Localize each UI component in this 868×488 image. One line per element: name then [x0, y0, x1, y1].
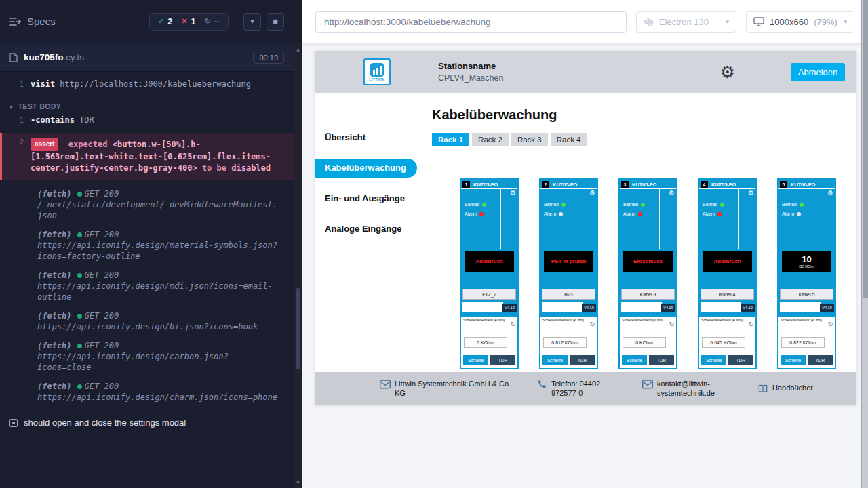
tdr-button[interactable]: TDR	[649, 355, 674, 365]
tdr-button[interactable]: TDR	[570, 355, 595, 365]
schleife-button[interactable]: Schleife	[542, 355, 568, 365]
logo-icon	[370, 63, 384, 77]
mail-icon	[642, 380, 653, 389]
refresh-icon[interactable]: ↻	[590, 321, 595, 328]
app-footer: Littwin Systemtechnik GmbH & Co. KG Tele…	[315, 372, 856, 405]
viewport-selector[interactable]: 1000x660 (79%) ▾	[746, 11, 854, 33]
test-icon	[9, 419, 18, 427]
fetch-log-entry[interactable]: (fetch)GET 200 /_next/static/development…	[37, 188, 277, 221]
test-body-section[interactable]: ▾ TEST BODY	[0, 100, 294, 113]
footer-company: Littwin Systemtechnik GmbH & Co. KG	[380, 379, 514, 399]
footer-phone: Telefon: 04402 972577-0	[537, 379, 619, 399]
alarm-led	[479, 212, 484, 216]
cable-label: Kabel 4	[701, 289, 754, 300]
phone-icon	[537, 380, 547, 390]
chevron-down-icon: ▾	[726, 18, 729, 25]
tab-rack-3[interactable]: Rack 3	[511, 133, 548, 146]
command-contains[interactable]: 1 -containsTDR	[0, 113, 294, 127]
resistance-value: 0 KOhm	[464, 337, 507, 348]
version-chip: V4.19	[661, 304, 675, 312]
nav-item-ein-und-ausgaenge[interactable]: Ein- und Ausgänge	[315, 189, 419, 208]
specs-label: Specs	[27, 16, 56, 27]
specs-toggle-button[interactable]: Specs	[9, 16, 56, 27]
browser-selector[interactable]: Electron 130 ▾	[636, 11, 736, 33]
tab-rack-4[interactable]: Rack 4	[551, 133, 587, 146]
tdr-button[interactable]: TDR	[728, 355, 753, 365]
command-visit[interactable]: 1 visithttp://localhost:3000/kabelueberw…	[0, 77, 294, 92]
status-ok-dot	[77, 384, 82, 389]
nav-item-kabelueberwachung[interactable]: Kabelüberwachung	[315, 159, 417, 178]
betrieb-led	[800, 203, 804, 207]
app-body: Übersicht Kabelüberwachung Ein- und Ausg…	[315, 93, 856, 405]
scrollbar-thumb[interactable]	[863, 0, 868, 298]
fetch-log-entry[interactable]: (fetch)GET 200 https://api.iconify.desig…	[37, 381, 277, 403]
logout-button[interactable]: Abmelden	[791, 63, 845, 81]
card-settings-icon[interactable]: ⚙	[748, 190, 754, 197]
resistance-section: Schleifenwiderstand [kOhm] ↻ 0 KOhm Schl…	[620, 317, 676, 368]
status-ok-dot	[77, 232, 82, 237]
stat-pending: ↻--	[204, 17, 220, 26]
command-log: 1 visithttp://localhost:3000/kabelueberw…	[0, 72, 294, 433]
resistance-value: 0.812 KOhm	[543, 337, 587, 348]
scrollbar-thumb[interactable]	[296, 288, 300, 369]
resistance-section: Schleifenwiderstand [kOhm] ↻ 0.645 KOhm …	[699, 317, 755, 368]
status-display: Aderbruch	[703, 251, 752, 272]
fetch-log-entry[interactable]: (fetch)GET 200 https://api.iconify.desig…	[37, 270, 277, 302]
file-icon	[9, 53, 18, 62]
app-under-test: LITTWIN Stationsname CPLV4_Maschen ⚙ Abm…	[315, 51, 856, 405]
tdr-button[interactable]: TDR	[490, 355, 515, 365]
refresh-icon[interactable]: ↻	[669, 321, 675, 328]
schleife-button[interactable]: Schleife	[781, 355, 806, 365]
scroll-down-icon[interactable]: ▼	[294, 480, 302, 485]
stop-button[interactable]: ■	[267, 13, 284, 30]
book-icon	[757, 384, 768, 394]
footer-manuals-link[interactable]: Handbücher	[757, 383, 813, 394]
rack-tabs: Rack 1 Rack 2 Rack 3 Rack 4	[432, 133, 856, 146]
next-test-title[interactable]: should open and close the settings modal	[0, 412, 294, 433]
alarm-led	[638, 212, 642, 216]
resistance-value: 0.822 KOhm	[781, 337, 825, 348]
nav-item-analoge-eingaenge[interactable]: Analoge Eingänge	[315, 220, 419, 239]
cable-label: Kabel 3	[621, 289, 675, 300]
fetch-log-entry[interactable]: (fetch)GET 200 https://api.iconify.desig…	[37, 310, 277, 332]
ku-card-3: 3 KÜ705-FO ⚙ Betrieb Alarm Erdschluss Ka…	[618, 178, 677, 369]
url-input[interactable]	[315, 11, 627, 33]
fetch-log-entry[interactable]: (fetch)GET 200 https://api.iconify.desig…	[37, 340, 277, 373]
scroll-up-icon[interactable]: ▲	[294, 47, 302, 52]
refresh-icon[interactable]: ↻	[749, 321, 754, 328]
ku-card-5: 5 KÜ706-FO ⚙ Betrieb Alarm 10 ISO MOhm K…	[777, 178, 836, 369]
stat-failed: ✕1	[181, 17, 195, 26]
collapse-tests-button[interactable]: ▾	[243, 13, 261, 30]
resistance-section: Schleifenwiderstand [kOhm] ↻ 0.812 KOhm …	[540, 317, 597, 368]
failed-assertion[interactable]: 2 assert expected <button.w-[50%].h-[1.5…	[0, 133, 294, 180]
spec-filename[interactable]: kue705fo.cy.ts	[24, 52, 84, 62]
app-header: LITTWIN Stationsname CPLV4_Maschen ⚙ Abm…	[315, 51, 856, 93]
status-display: 10 ISO MOhm	[782, 251, 831, 272]
tdr-button[interactable]: TDR	[808, 355, 833, 365]
card-settings-icon[interactable]: ⚙	[827, 190, 833, 197]
betrieb-led	[720, 203, 724, 207]
schleife-button[interactable]: Schleife	[701, 355, 726, 365]
tab-rack-1[interactable]: Rack 1	[432, 133, 469, 146]
resistance-section: Schleifenwiderstand [kOhm] ↻ 0.822 KOhm …	[778, 317, 835, 368]
schleife-button[interactable]: Schleife	[463, 355, 488, 365]
card-settings-icon[interactable]: ⚙	[510, 190, 516, 197]
resistance-value: 0.645 KOhm	[702, 337, 745, 348]
schleife-button[interactable]: Schleife	[622, 355, 647, 365]
cross-icon: ✕	[181, 17, 187, 26]
settings-gear-icon[interactable]: ⚙	[720, 64, 735, 81]
check-icon: ✓	[158, 17, 164, 26]
refresh-icon[interactable]: ↻	[511, 321, 516, 328]
test-stats: ✓2 ✕1 ↻--	[149, 13, 229, 30]
runner-scrollbar[interactable]: ▲ ▼	[294, 43, 302, 488]
refresh-icon[interactable]: ↻	[828, 321, 833, 328]
nav-item-uebersicht[interactable]: Übersicht	[315, 128, 419, 147]
fetch-log-entry[interactable]: (fetch)GET 200 https://api.iconify.desig…	[37, 229, 277, 262]
alarm-led	[797, 212, 801, 216]
card-settings-icon[interactable]: ⚙	[589, 190, 595, 197]
page-scrollbar[interactable]	[861, 0, 868, 488]
card-settings-icon[interactable]: ⚙	[669, 190, 675, 197]
tab-rack-2[interactable]: Rack 2	[472, 133, 509, 146]
stat-passed: ✓2	[158, 17, 172, 26]
betrieb-led	[482, 203, 486, 207]
